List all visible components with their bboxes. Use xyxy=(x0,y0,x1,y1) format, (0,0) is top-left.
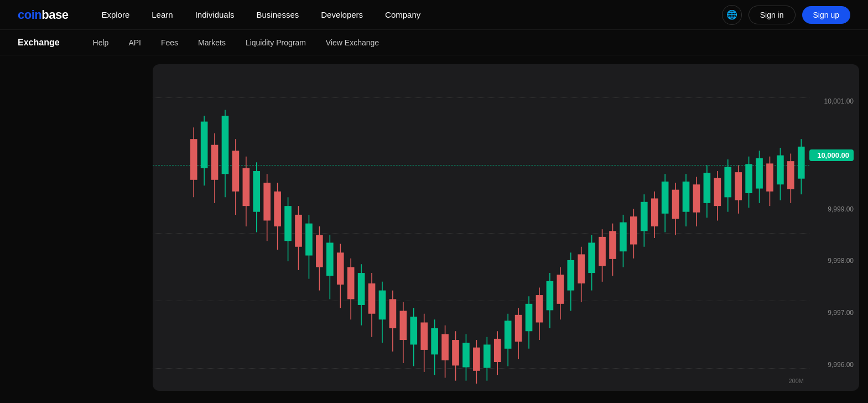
svg-rect-77 xyxy=(588,242,595,273)
svg-rect-5 xyxy=(211,145,219,180)
svg-rect-11 xyxy=(243,168,250,206)
top-navigation: coinbase Explore Learn Individuals Busin… xyxy=(0,0,868,30)
svg-rect-67 xyxy=(536,295,543,322)
price-9998: 9,998.00 xyxy=(809,257,854,265)
svg-rect-49 xyxy=(441,334,449,360)
price-9997: 9,997.00 xyxy=(809,309,854,317)
svg-rect-73 xyxy=(567,260,574,291)
svg-rect-33 xyxy=(358,273,365,305)
nav-businesses[interactable]: Businesses xyxy=(257,10,299,19)
svg-rect-39 xyxy=(389,299,397,328)
svg-rect-29 xyxy=(337,252,344,285)
sign-up-button[interactable]: Sign up xyxy=(802,6,850,24)
svg-rect-81 xyxy=(609,231,616,259)
svg-rect-105 xyxy=(735,172,742,200)
svg-rect-109 xyxy=(756,158,763,189)
svg-rect-79 xyxy=(599,237,606,266)
svg-rect-63 xyxy=(515,315,522,342)
svg-rect-35 xyxy=(368,283,376,314)
svg-rect-95 xyxy=(683,182,690,212)
main-content: 10,001.00 10,000.00 9,999.00 9,998.00 9,… xyxy=(0,55,868,403)
svg-rect-93 xyxy=(672,190,679,219)
svg-rect-13 xyxy=(253,171,260,212)
svg-rect-9 xyxy=(232,151,240,192)
coinbase-logo[interactable]: coinbase xyxy=(18,8,68,22)
sub-navigation: Exchange Help API Fees Markets Liquidity… xyxy=(0,30,868,55)
sign-in-button[interactable]: Sign in xyxy=(749,6,796,24)
svg-rect-85 xyxy=(630,216,637,244)
subnav-markets[interactable]: Markets xyxy=(198,38,226,47)
sub-nav-links: Help API Fees Markets Liquidity Program … xyxy=(93,38,379,47)
price-9996: 9,996.00 xyxy=(809,361,854,369)
svg-rect-15 xyxy=(263,183,271,220)
svg-rect-45 xyxy=(420,322,428,349)
exchange-brand: Exchange xyxy=(18,38,60,48)
svg-rect-1 xyxy=(190,139,197,180)
subnav-api[interactable]: API xyxy=(128,38,141,47)
svg-rect-107 xyxy=(745,164,752,193)
top-nav-links: Explore Learn Individuals Businesses Dev… xyxy=(101,10,721,19)
svg-rect-117 xyxy=(798,147,805,179)
nav-developers[interactable]: Developers xyxy=(321,10,363,19)
svg-rect-71 xyxy=(557,275,564,304)
svg-rect-99 xyxy=(704,173,711,203)
nav-individuals[interactable]: Individuals xyxy=(195,10,235,19)
globe-button[interactable]: 🌐 xyxy=(722,5,742,25)
svg-rect-17 xyxy=(274,192,281,226)
price-10000-active: 10,000.00 xyxy=(809,149,854,161)
svg-rect-101 xyxy=(714,178,721,206)
svg-rect-55 xyxy=(473,348,480,371)
svg-rect-3 xyxy=(201,122,208,168)
svg-rect-75 xyxy=(578,254,585,283)
top-nav-right: 🌐 Sign in Sign up xyxy=(722,5,850,25)
nav-explore[interactable]: Explore xyxy=(101,10,129,19)
nav-learn[interactable]: Learn xyxy=(152,10,173,19)
svg-rect-51 xyxy=(452,340,459,365)
svg-rect-111 xyxy=(766,163,773,191)
svg-rect-43 xyxy=(410,317,417,344)
svg-rect-69 xyxy=(547,281,554,311)
svg-rect-89 xyxy=(651,198,658,226)
svg-rect-27 xyxy=(326,242,334,276)
svg-rect-113 xyxy=(777,156,784,185)
nav-company[interactable]: Company xyxy=(385,10,420,19)
svg-rect-31 xyxy=(347,267,355,299)
svg-rect-115 xyxy=(787,161,794,189)
subnav-fees[interactable]: Fees xyxy=(161,38,178,47)
subnav-help[interactable]: Help xyxy=(93,38,109,47)
svg-rect-87 xyxy=(641,202,648,231)
svg-rect-21 xyxy=(295,215,302,247)
svg-rect-41 xyxy=(400,311,407,340)
price-9999: 9,999.00 xyxy=(809,205,854,213)
svg-rect-65 xyxy=(526,304,533,331)
price-axis: 10,001.00 10,000.00 9,999.00 9,998.00 9,… xyxy=(809,64,859,391)
candle-group xyxy=(190,110,805,384)
svg-rect-23 xyxy=(305,224,313,256)
subnav-view-exchange[interactable]: View Exchange xyxy=(326,38,379,47)
subnav-liquidity[interactable]: Liquidity Program xyxy=(246,38,306,47)
svg-rect-19 xyxy=(284,206,292,241)
candlestick-chart xyxy=(169,81,809,384)
price-10001: 10,001.00 xyxy=(809,97,854,105)
svg-rect-47 xyxy=(431,328,438,354)
svg-rect-61 xyxy=(505,321,512,348)
svg-rect-103 xyxy=(724,167,731,198)
svg-rect-83 xyxy=(620,223,627,252)
svg-rect-57 xyxy=(484,344,491,368)
svg-rect-91 xyxy=(662,182,669,214)
svg-rect-59 xyxy=(494,339,501,362)
chart-container: 10,001.00 10,000.00 9,999.00 9,998.00 9,… xyxy=(153,64,859,391)
svg-rect-7 xyxy=(222,116,229,174)
svg-rect-37 xyxy=(379,291,386,320)
svg-rect-25 xyxy=(316,235,323,267)
svg-rect-53 xyxy=(462,343,470,367)
svg-rect-97 xyxy=(693,184,700,212)
